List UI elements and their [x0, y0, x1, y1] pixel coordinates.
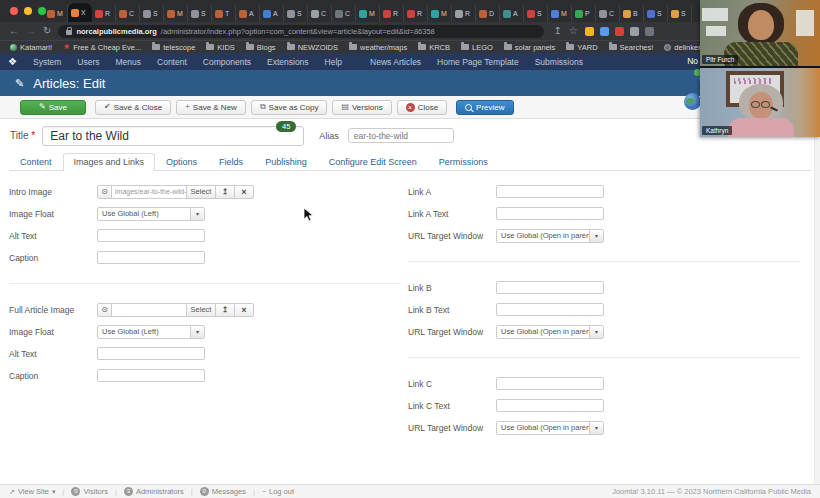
intro-image-input[interactable]: images/ear-to-the-wild- — [111, 185, 187, 199]
alias-input[interactable]: ear-to-the-wild — [348, 128, 454, 143]
tab-images-and-links[interactable]: Images and Links — [63, 153, 156, 171]
admin-menu-item-users[interactable]: Users — [69, 57, 107, 67]
bookmark-item[interactable]: LEGO — [461, 43, 493, 52]
full-article-image-input[interactable] — [111, 303, 187, 317]
reload-icon[interactable]: ↻ — [43, 26, 51, 36]
extension-icon[interactable] — [600, 27, 609, 36]
browser-tab[interactable]: S — [668, 5, 692, 22]
browser-tab[interactable]: M — [428, 5, 452, 22]
alt-text-input[interactable] — [97, 229, 205, 242]
close-button[interactable]: ×Close — [397, 100, 447, 115]
admin-menu-item-home-page-template[interactable]: Home Page Template — [429, 57, 527, 67]
admin-menu-item-menus[interactable]: Menus — [108, 57, 150, 67]
forward-icon[interactable]: → — [26, 26, 36, 36]
select-image-button[interactable]: Select — [186, 185, 216, 199]
url-target-window-select[interactable]: Use Global (Open in parent w...▾ — [496, 421, 604, 435]
browser-tab[interactable]: C — [596, 5, 620, 22]
admin-menu-item-help[interactable]: Help — [317, 57, 350, 67]
extension-icon[interactable] — [585, 27, 594, 36]
save-close-button[interactable]: ✔Save & Close — [95, 100, 171, 115]
minimize-window-button[interactable] — [24, 7, 32, 15]
save-new-button[interactable]: +Save & New — [176, 100, 246, 115]
bookmark-item[interactable]: KIDS — [206, 43, 235, 52]
select-image-button[interactable]: Select — [186, 303, 216, 317]
browser-tab[interactable]: D — [476, 5, 500, 22]
link-b-text-input[interactable] — [496, 303, 604, 316]
browser-tab[interactable]: S — [524, 5, 548, 22]
browser-tab[interactable]: M — [548, 5, 572, 22]
share-icon[interactable]: ↥ — [553, 26, 561, 36]
browser-tab[interactable]: X — [68, 3, 92, 22]
logout-button[interactable]: −Log out — [262, 487, 294, 496]
preview-eye-icon[interactable]: ⊙ — [97, 185, 112, 199]
bookmark-item[interactable]: KRCB — [418, 43, 450, 52]
preview-button[interactable]: Preview — [456, 100, 513, 115]
browser-tab[interactable]: M — [356, 5, 380, 22]
browser-tab[interactable]: C — [332, 5, 356, 22]
clear-icon[interactable]: × — [234, 185, 254, 199]
chevron-down-icon[interactable]: ▾ — [589, 422, 603, 434]
admin-menu-item-content[interactable]: Content — [149, 57, 195, 67]
browser-tab[interactable]: R — [380, 5, 404, 22]
url-target-window-select[interactable]: Use Global (Open in parent w...▾ — [496, 229, 604, 243]
browser-tab[interactable]: S — [284, 5, 308, 22]
admin-menu-item-news-articles[interactable]: News Articles — [362, 57, 429, 67]
save-button[interactable]: ✎Save — [20, 100, 86, 115]
admin-menu-item-submissions[interactable]: Submissions — [527, 57, 591, 67]
alt-text-input[interactable] — [97, 347, 205, 360]
chevron-down-icon[interactable]: ▾ — [190, 208, 204, 220]
tab-permissions[interactable]: Permissions — [428, 152, 499, 170]
upload-icon[interactable]: ↥ — [215, 185, 235, 199]
browser-tab[interactable]: C — [116, 5, 140, 22]
browser-tab[interactable]: A — [500, 5, 524, 22]
bookmark-item[interactable]: solar panels — [504, 43, 555, 52]
browser-tab[interactable]: A — [236, 5, 260, 22]
extension-icon[interactable] — [645, 27, 654, 36]
bookmark-item[interactable]: ★Free & Cheap Eve... — [63, 43, 141, 52]
browser-tab[interactable]: R — [452, 5, 476, 22]
bookmark-item[interactable]: telescope — [152, 43, 195, 52]
link-c-input[interactable] — [496, 377, 604, 390]
versions-button[interactable]: ▤Versions — [332, 100, 391, 115]
upload-icon[interactable]: ↥ — [215, 303, 235, 317]
save-as-copy-button[interactable]: ⧉Save as Copy — [251, 100, 328, 115]
admin-menu-item-system[interactable]: System — [25, 57, 69, 67]
bookmark-item[interactable]: weather/maps — [349, 43, 407, 52]
bookmark-item[interactable]: Katamari! — [10, 43, 52, 52]
caption-input[interactable] — [97, 251, 205, 264]
tab-options[interactable]: Options — [155, 152, 208, 170]
image-float-select[interactable]: Use Global (Left)▾ — [97, 325, 205, 339]
browser-tab[interactable]: S — [644, 5, 668, 22]
chevron-down-icon[interactable]: ▾ — [589, 230, 603, 242]
browser-tab[interactable]: B — [620, 5, 644, 22]
link-a-input[interactable] — [496, 185, 604, 198]
admin-menu-item-extensions[interactable]: Extensions — [259, 57, 317, 67]
bookmark-star-icon[interactable]: ☆ — [569, 26, 578, 36]
bookmark-item[interactable]: delinker — [664, 43, 700, 52]
browser-tab[interactable]: A — [260, 5, 284, 22]
browser-tab[interactable]: P — [572, 5, 596, 22]
browser-tab[interactable]: M — [164, 5, 188, 22]
close-window-button[interactable] — [10, 7, 18, 15]
browser-tab[interactable]: S — [140, 5, 164, 22]
chevron-down-icon[interactable]: ▾ — [190, 326, 204, 338]
caption-input[interactable] — [97, 369, 205, 382]
bookmark-item[interactable]: Searches! — [609, 43, 654, 52]
tab-content[interactable]: Content — [9, 152, 63, 170]
bookmark-item[interactable]: YARD — [566, 43, 597, 52]
browser-tab[interactable]: M — [44, 5, 68, 22]
extension-icon[interactable] — [615, 27, 624, 36]
status-administrators[interactable]: 3Administrators — [124, 487, 184, 496]
tab-configure-edit-screen[interactable]: Configure Edit Screen — [318, 152, 428, 170]
chevron-down-icon[interactable]: ▾ — [589, 326, 603, 338]
image-float-select[interactable]: Use Global (Left)▾ — [97, 207, 205, 221]
view-site-button[interactable]: ↗View Site▾ — [9, 487, 56, 496]
zoom-window-button[interactable] — [38, 7, 46, 15]
clear-icon[interactable]: × — [234, 303, 254, 317]
browser-tab[interactable]: S — [188, 5, 212, 22]
browser-tab[interactable]: T — [212, 5, 236, 22]
bookmark-item[interactable]: Blogs — [246, 43, 276, 52]
preview-eye-icon[interactable]: ⊙ — [97, 303, 112, 317]
back-icon[interactable]: ← — [9, 26, 19, 36]
status-visitors[interactable]: 0Visitors — [71, 487, 107, 496]
